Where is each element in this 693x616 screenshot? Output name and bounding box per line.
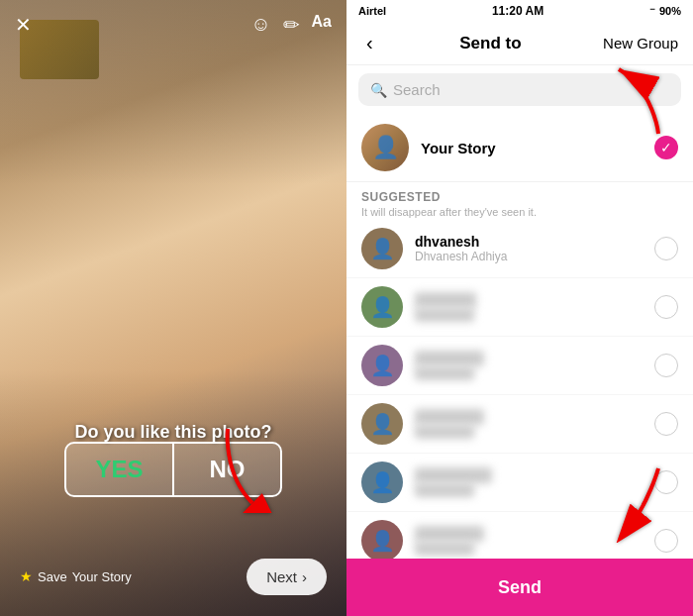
contact-subname: xxxxxxxxxx <box>415 542 643 556</box>
contact-avatar: 👤 <box>361 403 403 445</box>
nav-title: Send to <box>459 34 521 53</box>
save-story-label[interactable]: ★ Save Your Story <box>20 568 132 584</box>
avatar-person: 👤 <box>361 286 403 328</box>
contact-subname: xxxxxxxxxx <box>415 425 643 439</box>
contact-avatar: 👤 <box>361 345 403 386</box>
contact-item[interactable]: 👤 xxxxxxxxx xxxxxxxxxx <box>346 512 693 559</box>
top-icons-right: ☺ ✏ Aa <box>250 13 332 37</box>
left-panel: ✕ ☺ ✏ Aa Do you like this photo? YES NO … <box>0 0 346 616</box>
contact-info: xxxxxxxx xxxxxxxxxx <box>415 292 643 322</box>
contact-name: xxxxxxxxxx <box>415 467 643 483</box>
contact-info: xxxxxxxxxx xxxxxxxxxx <box>415 467 643 497</box>
suggested-title: SUGGESTED <box>361 190 678 204</box>
status-bar: Airtel 11:20 AM ⁻ 90% <box>346 0 693 22</box>
poll-no-option[interactable]: NO <box>174 444 280 495</box>
contact-select-circle[interactable] <box>654 354 678 377</box>
send-label: Send <box>498 577 542 598</box>
contact-avatar: 👤 <box>361 520 403 559</box>
your-story-check[interactable]: ✓ <box>654 136 678 159</box>
your-story-name: Your Story <box>421 140 643 156</box>
your-story-label-left: Your Story <box>72 569 132 584</box>
contact-name: xxxxxxxx <box>415 292 643 308</box>
contact-subname: Dhvanesh Adhiya <box>415 250 643 263</box>
time: 11:20 AM <box>492 4 544 18</box>
new-group-button[interactable]: New Group <box>603 35 678 51</box>
contact-subname: xxxxxxxxxx <box>415 308 643 322</box>
contact-avatar: 👤 <box>361 286 403 328</box>
avatar-person: 👤 <box>361 462 403 503</box>
battery: 90% <box>659 5 681 17</box>
contact-select-circle[interactable] <box>654 295 678 319</box>
suggested-header: SUGGESTED It will disappear after they'v… <box>346 182 693 220</box>
contact-info: xxxxxxxxx xxxxxxxxxx <box>415 409 643 439</box>
contact-select-circle[interactable] <box>654 470 678 494</box>
star-icon: ★ <box>20 568 33 584</box>
status-right: ⁻ 90% <box>649 5 681 18</box>
contact-item[interactable]: 👤 dhvanesh Dhvanesh Adhiya <box>346 220 693 278</box>
search-input[interactable]: Search <box>393 81 441 98</box>
send-button[interactable]: Send <box>346 559 693 616</box>
top-bar-left: ✕ ☺ ✏ Aa <box>0 0 346 50</box>
nav-bar: ‹ Send to New Group <box>346 22 693 65</box>
your-story-avatar: 👤 <box>361 124 409 171</box>
close-icon[interactable]: ✕ <box>15 13 32 37</box>
avatar-person: 👤 <box>361 124 409 171</box>
avatar-person: 👤 <box>361 228 403 269</box>
sticker-icon[interactable]: ☺ <box>250 13 270 37</box>
your-story-item[interactable]: 👤 Your Story ✓ <box>346 114 693 182</box>
contact-name: xxxxxxxxx <box>415 409 643 425</box>
poll-options[interactable]: YES NO <box>64 442 282 497</box>
search-bar[interactable]: 🔍 Search <box>358 73 681 106</box>
contact-name: xxxxxxxxx <box>415 526 643 542</box>
avatar-person: 👤 <box>361 403 403 445</box>
contact-select-circle[interactable] <box>654 529 678 553</box>
next-chevron: › <box>302 568 307 585</box>
contact-info: dhvanesh Dhvanesh Adhiya <box>415 234 643 263</box>
contact-name: dhvanesh <box>415 234 643 250</box>
poll-question: Do you like this photo? <box>75 422 272 443</box>
back-button[interactable]: ‹ <box>361 27 378 59</box>
photo-overlay <box>0 0 346 616</box>
contact-info: xxxxxxxxx xxxxxxxxxx <box>415 351 643 380</box>
contact-select-circle[interactable] <box>654 412 678 436</box>
contact-item[interactable]: 👤 xxxxxxxxx xxxxxxxxxx <box>346 337 693 395</box>
search-icon: 🔍 <box>370 82 387 98</box>
contact-item[interactable]: 👤 xxxxxxxx xxxxxxxxxx <box>346 278 693 337</box>
contact-info: xxxxxxxxx xxxxxxxxxx <box>415 526 643 556</box>
save-label: Save <box>38 569 67 584</box>
avatar-person: 👤 <box>361 520 403 559</box>
poll-yes-option[interactable]: YES <box>66 444 174 495</box>
bluetooth-icon: ⁻ <box>649 5 655 18</box>
next-button[interactable]: Next › <box>247 559 327 595</box>
contact-avatar: 👤 <box>361 462 403 503</box>
contact-avatar: 👤 <box>361 228 403 269</box>
contact-item[interactable]: 👤 xxxxxxxxxx xxxxxxxxxx <box>346 454 693 512</box>
right-panel: Airtel 11:20 AM ⁻ 90% ‹ Send to New Grou… <box>346 0 693 616</box>
next-label: Next <box>266 568 297 585</box>
contact-item[interactable]: 👤 xxxxxxxxx xxxxxxxxxx <box>346 395 693 454</box>
contact-subname: xxxxxxxxxx <box>415 483 643 497</box>
contact-name: xxxxxxxxx <box>415 351 643 366</box>
contact-select-circle[interactable] <box>654 237 678 260</box>
carrier: Airtel <box>358 5 386 17</box>
text-icon[interactable]: Aa <box>312 13 332 37</box>
bottom-bar-left: ★ Save Your Story Next › <box>0 537 346 616</box>
contacts-list: 👤 Your Story ✓ SUGGESTED It will disappe… <box>346 114 693 559</box>
suggested-subtitle: It will disappear after they've seen it. <box>361 206 678 218</box>
contact-subname: xxxxxxxxxx <box>415 366 643 380</box>
draw-icon[interactable]: ✏ <box>283 13 300 37</box>
avatar-person: 👤 <box>361 345 403 386</box>
